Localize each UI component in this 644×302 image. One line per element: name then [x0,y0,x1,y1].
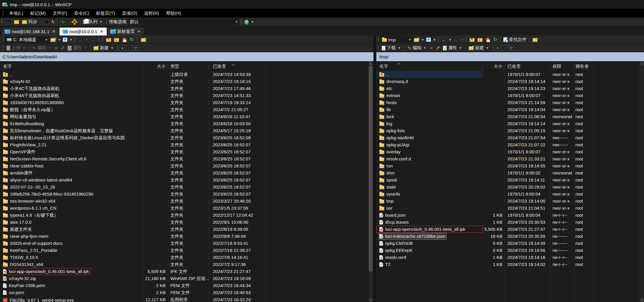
tab-new-session[interactable]: ★ 新标签页 ▼ [107,28,144,35]
edit-dropdown-icon[interactable]: ▼ [47,46,52,50]
local-filter-button[interactable] [61,37,69,43]
local-delete-button[interactable]: × [53,45,59,51]
toolbar-grip[interactable] [74,37,75,42]
directory-row[interactable]: 618tehuihuodong文件夹2024/6/16 10:03:50 [0,120,373,127]
local-drive-combo[interactable]: C: 本地磁盘 ▼ [5,36,49,43]
open-terminal-button[interactable]: >_ [42,19,50,25]
remote-folder-tree-button[interactable] [531,37,539,43]
directory-row[interactable]: 告别teamviewer，自建RustDesk远程服务器，完整版文件夹2024/… [0,127,373,134]
menu-help[interactable]: 帮助(H) [163,9,184,17]
directory-row[interactable]: KeePass_2.51_Portable文件夹2022/7/16 21:39:… [0,247,373,254]
menu-tabs[interactable]: 标签页(T) [93,9,118,17]
upload-button[interactable]: 上传▼ [5,45,28,51]
remote-forward-button[interactable]: → [452,37,460,43]
directory-row[interactable]: opkg-piJAgi2024/7/23 21:07:22rwx------ro… [376,141,644,148]
edit-dropdown-icon[interactable]: ▼ [423,46,427,50]
directory-row[interactable]: 1933400781492631380880文件夹2024/7/19 19:33… [0,99,373,106]
directory-row[interactable]: 标杆徐全新Linux云计算运维系列@_Docker容器应用与实践文件夹2023/… [0,134,373,141]
toolbar-grip[interactable] [378,45,379,51]
remote-path-bar[interactable]: /tmp/ [376,52,644,62]
local-rename-button[interactable] [59,45,66,51]
back-dropdown-icon[interactable]: ▼ [85,38,89,41]
remote-refresh-button[interactable]: ↻ [492,37,499,43]
directory-row[interactable]: ↰..1970/1/1 8:00:07rwxr-xr-xroot [376,71,644,78]
find-files-button[interactable]: 查找文件 [502,36,528,43]
local-refresh-button[interactable]: ↻ [128,37,135,43]
menu-remote[interactable]: 远程(R) [141,9,162,17]
directory-row[interactable]: v2rayN-32文件夹2024/7/23 19:18:15 [0,78,373,85]
toolbar-grip[interactable] [378,37,379,42]
column-header-permissions[interactable]: 权限 [553,62,561,71]
directory-row[interactable]: 2022-07-22--20_13_28文件夹2023/6/25 18:52:0… [0,184,373,191]
remote-new-button[interactable]: 新建▼ [467,45,491,51]
download-button[interactable]: 下载▼ [380,45,403,51]
toolbar-grip[interactable] [466,37,467,42]
directory-row[interactable]: lib2024/7/23 19:14:04rwxr-xr-xroot [376,106,644,113]
directory-row[interactable]: shm1970/1/1 8:00:02rwxrwxrwtroot [376,169,644,177]
column-header-size[interactable]: 大小 [476,62,502,71]
column-header-type[interactable]: 类型 [170,62,179,71]
new-dropdown-icon[interactable]: ▼ [110,46,114,50]
directory-row[interactable]: ↰..上级目录2024/7/23 14:53:39 [0,71,373,78]
remote-select-button[interactable]: + [495,45,500,51]
tab-close-icon[interactable]: ✕ [99,29,104,34]
directory-row[interactable]: 186eb256-78c0-465d-86cc-9314019b0290文件夹2… [0,191,373,198]
directory-row[interactable]: usr2024/7/23 21:04:51rwxr-xr-xroot [376,205,644,212]
directory-row[interactable]: state2024/7/23 20:29:02rwxr-xr-xroot [376,184,644,191]
scroll-up-icon[interactable]: ▲ [368,62,373,66]
tab-close-icon[interactable]: ✕ [52,29,56,34]
directory-row[interactable]: clear-php-fpm-mem文件夹2022/8/8 7:46:04 [0,233,373,240]
back-dropdown-icon[interactable]: ▼ [448,38,452,41]
remote-parent-directory-button[interactable] [468,37,476,43]
directory-row[interactable]: TDGW_0.10.5文件夹2022/7/6 14:16:41 [0,254,373,261]
tab-session-2-active[interactable]: root@10.0.0.1 ✕ [60,28,107,35]
remote-root-directory-button[interactable] [476,37,484,43]
directory-row[interactable]: run2024/7/23 19:14:55rwxr-xr-xroot [376,162,644,169]
forward-dropdown-icon[interactable]: ▼ [97,38,101,41]
directory-row[interactable]: etc2024/7/23 19:14:23rwxr-xr-xroot [376,85,644,92]
local-root-directory-button[interactable] [113,37,120,43]
scroll-down-icon[interactable]: ▼ [640,298,644,302]
menu-commands[interactable]: 命令(C) [71,9,92,17]
queue-button[interactable]: 队列▼ [82,18,104,25]
reload-button[interactable]: ↻ [59,18,67,26]
menu-file[interactable]: 文件(F) [50,9,70,17]
menu-grip[interactable] [3,11,4,16]
directory-row[interactable]: resolv.conf.d2024/7/23 21:33:21rwxr-xr-x… [376,155,644,162]
scrollbar-thumb[interactable] [369,66,373,272]
local-folder-tree-button[interactable] [138,37,147,43]
remote-directory-combo[interactable]: tmp ▼ [380,36,412,43]
remote-unselect-button[interactable]: − [502,45,507,51]
menu-mark[interactable]: 标记(M) [27,9,49,17]
properties-dropdown-icon[interactable]: ▼ [83,46,87,50]
directory-row[interactable]: PingInfoView_2.21文件夹2023/6/25 18:52:07 [0,141,373,148]
toolbar-grip[interactable] [106,19,107,25]
file-row[interactable]: TZ1 KB2024/7/23 19:14:02rw-r--r--root [376,261,644,268]
filter-dropdown-icon[interactable]: ▼ [69,38,73,41]
file-row[interactable]: luci-app-openclash_0.46.001-beta_all.ipk… [0,268,373,275]
directory-row[interactable]: sysinfo1970/1/1 8:00:04rwxr-xr-xroot [376,191,644,198]
combo-dropdown-icon[interactable]: ▼ [407,36,412,43]
remote-edit-button[interactable]: ✎编辑▼ [406,45,428,51]
local-edit-button[interactable]: ✎编辑▼ [31,45,53,51]
directory-row[interactable]: opkg-lists2024/7/23 21:05:15rwxr-xr-xroo… [376,127,644,134]
column-header-size[interactable]: 大小 [139,62,166,71]
directory-row[interactable]: tmp2024/7/23 19:14:00rwxr-xr-xroot [376,198,644,205]
remote-back-button[interactable]: ← [440,37,448,43]
directory-row[interactable]: clear-zabbix-host文件夹2023/6/25 18:52:07 [0,162,373,169]
file-row[interactable]: ssr.pem2 KBPEM 文件2024/7/23 18:40:53 [0,289,373,296]
file-row[interactable]: FZFileZilla_3.67.1_win64-setup.exe12,117… [0,296,373,302]
local-selection-filter-button[interactable]: ▽ [133,45,139,51]
local-unselect-button[interactable]: − [126,45,132,51]
file-row[interactable]: board.json1 KB1970/1/1 8:00:04rw-r--r--r… [376,212,644,219]
directory-row[interactable]: NetScreen-Remote.Security.Client.v8.6文件夹… [0,155,373,162]
upload-dropdown-icon[interactable]: ▼ [22,46,26,50]
tab-session-1[interactable]: root@192.168.31.1 ✕ [2,28,59,35]
queue-dropdown-icon[interactable]: ▼ [99,20,103,23]
directory-row[interactable]: 小米4C千兆版路由器刷机文件夹2024/7/23 17:45:46 [0,85,373,92]
file-row[interactable]: opkg.CkEhDB0 KB2024/7/23 19:14:49rw-----… [376,240,644,247]
toolbar-grip[interactable] [492,45,493,51]
sessions-dropdown-icon[interactable]: ▼ [250,20,254,23]
swap-panels-button[interactable]: ↔ [4,18,13,26]
remote-filter-button[interactable] [425,37,432,43]
